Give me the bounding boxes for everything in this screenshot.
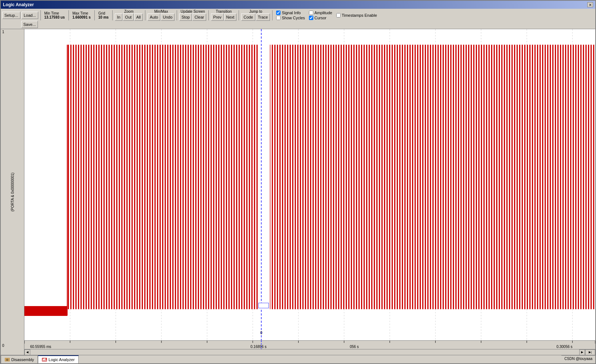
svg-rect-16	[67, 45, 259, 309]
zoom-in-button[interactable]: In	[115, 13, 122, 21]
time-right-label: 0.30056 s	[556, 345, 572, 349]
transition-buttons: Prev Next	[211, 13, 236, 21]
zoom-all-button[interactable]: All	[134, 13, 143, 21]
tab-section: D Disassembly Logic Analyzer	[1, 355, 561, 363]
amplitude-label: Amplitude	[314, 11, 332, 15]
time-cursor-label: 0.16896 s	[251, 345, 267, 349]
grid-group: Grid 10 ms	[98, 11, 109, 19]
svg-rect-25	[258, 303, 268, 308]
svg-rect-19	[24, 306, 67, 316]
axis-bottom-value: 0	[2, 344, 4, 348]
amplitude-checkbox[interactable]	[309, 11, 313, 15]
signal-info-label: Signal Info	[282, 11, 301, 15]
max-time-value: 1.660091 s	[72, 15, 91, 19]
scroll-left-button[interactable]: ◀	[24, 349, 30, 355]
horizontal-scrollbar[interactable]: ◀ ▶ ▶|	[24, 349, 595, 355]
waveform-svg: 0	[24, 29, 595, 340]
signal-info-group: Signal Info	[276, 11, 305, 15]
signal-info-checkbox[interactable]	[276, 11, 281, 15]
separator-5	[145, 10, 145, 20]
tab-disassembly-label: Disassembly	[11, 357, 34, 362]
disassembly-icon: D	[5, 357, 10, 362]
cursor-group: Cursor	[309, 16, 332, 20]
min-time-value: 13.17593 us	[44, 15, 65, 19]
transition-group: Transition Prev Next	[211, 9, 236, 21]
separator-3	[94, 10, 95, 20]
scroll-track[interactable]	[30, 349, 579, 355]
time-ruler-svg: 60.55955 ms 0.16896 s 056 s 0.30056 s	[24, 341, 595, 349]
main-content: 1 (PORTA & 0x00000001) 0	[1, 29, 595, 355]
svg-text:D: D	[6, 359, 8, 361]
timestamps-group: Timestamps Enable	[336, 13, 377, 17]
signal-label: (PORTA & 0x00000001)	[11, 173, 15, 212]
toolbar: Setup... Load... Min Time 13.17593 us Ma…	[1, 9, 595, 29]
separator-7	[208, 10, 209, 20]
grid-label: Grid	[98, 11, 109, 15]
svg-text:0: 0	[260, 331, 263, 335]
separator-8	[239, 10, 239, 20]
tab-disassembly[interactable]: D Disassembly	[1, 355, 38, 363]
toolbar-row-1: Setup... Load... Min Time 13.17593 us Ma…	[2, 9, 594, 21]
grid-value: 10 ms	[98, 15, 109, 19]
checkboxes-group-3: Timestamps Enable	[335, 13, 379, 17]
max-time-group: Max Time 1.660091 s	[72, 11, 91, 19]
main-window: Logic Analyzer ✕ Setup... Load... Min Ti…	[0, 0, 596, 364]
stop-button[interactable]: Stop	[179, 13, 192, 21]
show-cycles-label: Show Cycles	[282, 16, 305, 20]
scroll-end-button[interactable]: ▶|	[585, 349, 595, 355]
save-button[interactable]: Save...	[21, 21, 38, 28]
clear-button[interactable]: Clear	[192, 13, 206, 21]
chart-container: 0	[24, 29, 595, 355]
cursor-label: Cursor	[314, 16, 326, 20]
title-bar: Logic Analyzer ✕	[1, 1, 595, 9]
scroll-right-button[interactable]: ▶	[579, 349, 585, 355]
status-text: CSDN @touyaaa	[564, 357, 592, 361]
jump-trace-button[interactable]: Trace	[256, 13, 270, 21]
separator-2	[68, 10, 69, 20]
separator-1	[40, 10, 41, 20]
toolbar-row-2: Save...	[2, 21, 594, 28]
undo-button[interactable]: Undo	[161, 13, 175, 21]
cursor-checkbox[interactable]	[309, 16, 313, 20]
axis-top-value: 1	[2, 30, 4, 34]
close-button[interactable]: ✕	[587, 2, 593, 7]
update-screen-label: Update Screen	[181, 9, 205, 13]
separator-9	[272, 10, 272, 20]
checkboxes-group-2: Amplitude Cursor	[307, 11, 334, 20]
jump-code-button[interactable]: Code	[241, 13, 255, 21]
chart-area[interactable]: 0	[24, 29, 595, 340]
show-cycles-group: Show Cycles	[276, 16, 305, 20]
separator-6	[177, 10, 177, 20]
update-buttons: Stop Clear	[179, 13, 206, 21]
update-screen-group: Update Screen Stop Clear	[179, 9, 206, 21]
load-button[interactable]: Load...	[21, 12, 38, 19]
next-button[interactable]: Next	[224, 13, 237, 21]
prev-button[interactable]: Prev	[211, 13, 224, 21]
time-mid-label: 056 s	[350, 345, 358, 349]
transition-label: Transition	[216, 9, 232, 13]
minmax-group: Min/Max Auto Undo	[148, 9, 175, 21]
svg-rect-27	[24, 341, 595, 349]
tab-logic-analyzer[interactable]: Logic Analyzer	[38, 355, 79, 363]
tab-logic-analyzer-label: Logic Analyzer	[48, 357, 75, 362]
show-cycles-checkbox[interactable]	[276, 16, 281, 20]
jump-to-label: Jump to	[249, 9, 262, 13]
min-time-label: Min Time	[44, 11, 65, 15]
svg-rect-17	[258, 45, 270, 309]
zoom-label: Zoom	[124, 9, 134, 13]
auto-button[interactable]: Auto	[148, 13, 160, 21]
timestamps-checkbox[interactable]	[336, 13, 341, 17]
checkboxes-group: Signal Info Show Cycles	[275, 11, 306, 20]
svg-rect-18	[270, 45, 595, 309]
minmax-buttons: Auto Undo	[148, 13, 175, 21]
amplitude-group: Amplitude	[309, 11, 332, 15]
jump-to-group: Jump to Code Trace	[241, 9, 270, 21]
minmax-label: Min/Max	[154, 9, 168, 13]
axis-left: 1 (PORTA & 0x00000001) 0	[1, 29, 24, 355]
timestamps-label: Timestamps Enable	[342, 13, 377, 17]
zoom-out-button[interactable]: Out	[123, 13, 134, 21]
max-time-label: Max Time	[72, 11, 91, 15]
setup-button[interactable]: Setup...	[2, 12, 20, 19]
time-left-label: 60.55955 ms	[30, 345, 51, 349]
window-title: Logic Analyzer	[3, 2, 34, 7]
